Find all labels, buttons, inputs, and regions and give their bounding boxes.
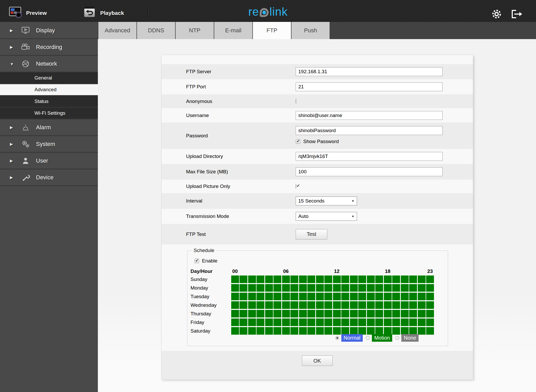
schedule-cell[interactable] [426,310,434,317]
schedule-cell[interactable] [257,327,264,335]
schedule-cell[interactable] [290,293,298,300]
schedule-cell[interactable] [358,327,366,335]
schedule-cell[interactable] [392,275,400,283]
schedule-cell[interactable] [426,284,434,292]
schedule-cell[interactable] [282,293,290,300]
schedule-cell[interactable] [316,310,324,317]
schedule-cell[interactable] [333,318,341,326]
schedule-cell[interactable] [341,310,349,317]
schedule-cell[interactable] [273,318,281,326]
schedule-cell[interactable] [316,275,324,283]
schedule-cell[interactable] [231,318,239,326]
ftp-port-input[interactable] [296,82,443,91]
schedule-cell[interactable] [384,275,392,283]
schedule-cell[interactable] [299,301,307,309]
schedule-cell[interactable] [409,275,417,283]
schedule-cell[interactable] [333,310,341,317]
schedule-cell[interactable] [401,293,409,300]
transmission-mode-select[interactable]: Auto▼ [296,212,357,221]
tab-e-mail[interactable]: E-mail [214,22,252,39]
schedule-cell[interactable] [282,275,290,283]
schedule-cell[interactable] [375,301,383,309]
upload-picture-only-checkbox[interactable] [296,184,296,189]
schedule-cell[interactable] [375,310,383,317]
schedule-cell[interactable] [418,301,426,309]
schedule-cell[interactable] [401,310,409,317]
schedule-cell[interactable] [282,310,290,317]
schedule-cell[interactable] [426,293,434,300]
sidebar-item-advanced[interactable]: Advanced [0,84,98,96]
schedule-cell[interactable] [384,301,392,309]
show-password-checkbox[interactable] [296,139,300,144]
schedule-cell[interactable] [290,284,298,292]
mode-radio-none[interactable] [395,336,399,340]
schedule-cell[interactable] [265,301,273,309]
schedule-cell[interactable] [324,275,332,283]
upload-directory-input[interactable] [296,152,443,161]
schedule-cell[interactable] [350,301,358,309]
schedule-cell[interactable] [265,284,273,292]
schedule-cell[interactable] [358,293,366,300]
schedule-cell[interactable] [333,301,341,309]
tab-push[interactable]: Push [291,22,330,39]
username-input[interactable] [296,111,443,120]
sidebar-item-general[interactable]: General [0,72,98,84]
schedule-cell[interactable] [333,284,341,292]
anonymous-checkbox[interactable] [296,99,296,104]
schedule-cell[interactable] [418,318,426,326]
schedule-cell[interactable] [307,293,315,300]
schedule-cell[interactable] [265,275,273,283]
schedule-cell[interactable] [290,301,298,309]
schedule-cell[interactable] [350,284,358,292]
schedule-cell[interactable] [384,284,392,292]
schedule-cell[interactable] [307,327,315,335]
schedule-cell[interactable] [307,275,315,283]
schedule-cell[interactable] [392,318,400,326]
schedule-cell[interactable] [316,293,324,300]
schedule-enable-checkbox[interactable] [194,259,199,263]
schedule-cell[interactable] [418,310,426,317]
sidebar-item-display[interactable]: ▶Display [0,22,98,39]
schedule-cell[interactable] [324,293,332,300]
schedule-cell[interactable] [367,318,375,326]
tab-advanced[interactable]: Advanced [98,22,136,39]
schedule-cell[interactable] [240,301,247,309]
schedule-cell[interactable] [290,318,298,326]
schedule-cell[interactable] [265,318,273,326]
schedule-cell[interactable] [358,310,366,317]
schedule-cell[interactable] [375,327,383,335]
schedule-cell[interactable] [324,327,332,335]
schedule-cell[interactable] [307,310,315,317]
schedule-cell[interactable] [384,327,392,335]
schedule-cell[interactable] [350,318,358,326]
schedule-cell[interactable] [299,275,307,283]
schedule-cell[interactable] [341,327,349,335]
settings-button[interactable] [491,9,502,20]
schedule-cell[interactable] [409,318,417,326]
schedule-cell[interactable] [240,318,247,326]
schedule-cell[interactable] [401,284,409,292]
schedule-cell[interactable] [265,293,273,300]
schedule-cell[interactable] [392,327,400,335]
schedule-cell[interactable] [248,301,256,309]
schedule-cell[interactable] [231,301,239,309]
schedule-cell[interactable] [333,327,341,335]
password-input[interactable] [296,126,443,135]
schedule-cell[interactable] [384,293,392,300]
schedule-cell[interactable] [273,275,281,283]
max-file-size-mb-input[interactable] [296,167,443,176]
schedule-cell[interactable] [333,293,341,300]
schedule-cell[interactable] [341,293,349,300]
schedule-cell[interactable] [273,301,281,309]
schedule-cell[interactable] [426,318,434,326]
schedule-cell[interactable] [299,310,307,317]
schedule-cell[interactable] [358,284,366,292]
schedule-cell[interactable] [392,284,400,292]
schedule-cell[interactable] [299,318,307,326]
schedule-cell[interactable] [341,284,349,292]
schedule-cell[interactable] [299,284,307,292]
schedule-cell[interactable] [273,327,281,335]
schedule-cell[interactable] [240,327,247,335]
schedule-cell[interactable] [307,284,315,292]
schedule-cell[interactable] [265,310,273,317]
